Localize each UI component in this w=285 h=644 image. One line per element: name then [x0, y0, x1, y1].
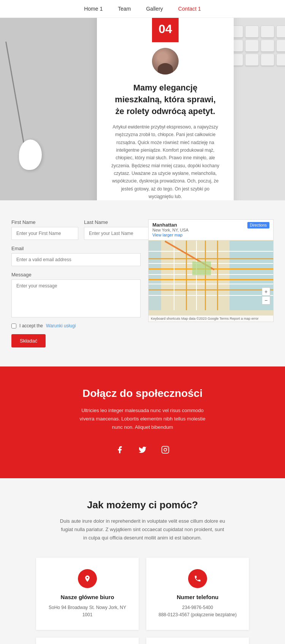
twitter-icon[interactable] [135, 442, 150, 457]
email-group: Email [11, 246, 141, 266]
hero-text: Artykuł ewidentnie przybył ekspresowo, a… [110, 123, 220, 200]
submit-button[interactable]: Składać [11, 334, 46, 347]
instagram-icon[interactable] [158, 442, 173, 457]
last-name-label: Last Name [84, 219, 151, 225]
info-card-fax: Faks 1-234-567-8900 [36, 638, 139, 644]
info-card-email: E-mail hello@theme.com [146, 638, 249, 644]
terms-text: I accept the [19, 323, 43, 328]
avatar [152, 48, 179, 75]
avatar-image [152, 48, 179, 75]
terms-row: I accept the Warunki usługi [11, 323, 141, 328]
nav-gallery[interactable]: Gallery [146, 6, 163, 12]
office-card-content: SoHo 94 Broadway St. Nowy Jork, NY 1001 [44, 604, 131, 619]
navigation: Home 1 Team Gallery Contact 1 [0, 0, 285, 18]
earbud-cable [5, 41, 26, 154]
phone-card-title: Numer telefonu [154, 594, 241, 600]
map-container: Manhattan New York, NY, USA View larger … [148, 219, 274, 322]
help-title: Jak możemy ci pomóc? [11, 499, 274, 511]
help-section: Jak możemy ci pomóc? Duis aute irure dol… [0, 478, 285, 644]
directions-button[interactable]: Directions [247, 222, 269, 228]
hero-title: Mamy elegancję mieszkalną, która sprawi,… [110, 82, 220, 117]
last-name-group: Last Name [84, 219, 151, 240]
info-card-phone: Numer telefonu 234-9876-5400888-0123-456… [146, 558, 249, 630]
map-footer: Keyboard shortcuts Map data ©2023 Google… [149, 316, 273, 322]
terms-checkbox[interactable] [11, 324, 16, 328]
info-cards: Nasze główne biuro SoHo 94 Broadway St. … [36, 558, 249, 644]
hero-number: 04 [152, 18, 179, 42]
zoom-out-button[interactable]: − [262, 296, 270, 305]
zoom-in-button[interactable]: + [262, 287, 270, 296]
pin-icon [78, 569, 97, 588]
map-controls: + − [262, 287, 270, 305]
earbud-pod [19, 140, 42, 170]
hero-card: 04 Mamy elegancję mieszkalną, która spra… [97, 18, 234, 200]
community-section: Dołącz do społeczności Ultricies leo int… [0, 366, 285, 478]
message-group: Message [11, 272, 141, 317]
map-title: Manhattan [152, 222, 188, 228]
svg-rect-0 [162, 446, 169, 453]
nav-team[interactable]: Team [118, 6, 131, 12]
first-name-label: First Name [11, 219, 78, 225]
contact-form: First Name Last Name Email Message I acc… [11, 219, 141, 347]
terms-link[interactable]: Warunki usługi [46, 323, 76, 328]
email-input[interactable] [11, 253, 141, 266]
nav-home[interactable]: Home 1 [84, 6, 103, 12]
community-title: Dołącz do społeczności [11, 387, 274, 400]
facebook-icon[interactable] [112, 442, 127, 457]
name-row: First Name Last Name [11, 219, 141, 240]
email-label: Email [11, 246, 141, 251]
community-text: Ultricies leo integer malesuada nunc vel… [76, 406, 209, 431]
info-card-office: Nasze główne biuro SoHo 94 Broadway St. … [36, 558, 139, 630]
view-larger-map-link[interactable]: View larger map [152, 233, 182, 237]
message-input[interactable] [11, 279, 141, 317]
map-subtitle: New York, NY, USA [152, 228, 188, 232]
message-label: Message [11, 272, 141, 278]
first-name-input[interactable] [11, 227, 78, 240]
phone-icon [188, 569, 207, 588]
map-info: Manhattan New York, NY, USA View larger … [152, 222, 188, 238]
map-visual [149, 241, 273, 310]
map-header: Manhattan New York, NY, USA View larger … [149, 220, 273, 240]
office-card-title: Nasze główne biuro [44, 594, 131, 600]
nav-contact[interactable]: Contact 1 [178, 6, 201, 12]
phone-card-content: 234-9876-5400888-0123-4567 (połączenie b… [154, 604, 241, 619]
hero-section: 04 Mamy elegancję mieszkalną, która spra… [0, 18, 285, 200]
help-text: Duis aute irure dolor in reprehenderit i… [59, 517, 226, 542]
first-name-group: First Name [11, 219, 78, 240]
last-name-input[interactable] [84, 227, 151, 240]
contact-section: First Name Last Name Email Message I acc… [0, 200, 285, 366]
social-icons [11, 442, 274, 457]
map-footer-text: Keyboard shortcuts Map data ©2023 Google… [151, 317, 259, 320]
